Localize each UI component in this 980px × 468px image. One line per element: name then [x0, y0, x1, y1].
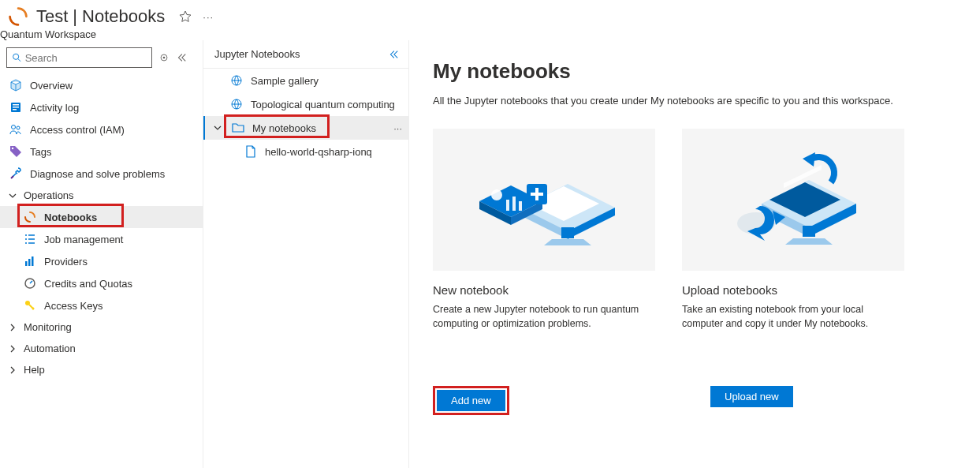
nav-group-help[interactable]: Help: [0, 359, 203, 380]
quantum-small-icon: [24, 211, 36, 223]
nav-activity-log[interactable]: Activity log: [0, 96, 203, 118]
main-description: All the Jupyter notebooks that you creat…: [433, 95, 956, 107]
svg-rect-39: [803, 226, 815, 237]
nav-providers[interactable]: Providers: [0, 250, 203, 272]
svg-marker-43: [803, 152, 815, 167]
nav-label: Access control (IAM): [30, 124, 125, 136]
file-icon: [244, 145, 257, 158]
svg-marker-40: [785, 238, 833, 245]
notebook-tree-panel: Jupyter Notebooks Sample gallery Topolog…: [203, 40, 409, 468]
nav-group-label: Automation: [24, 343, 76, 354]
svg-rect-6: [13, 107, 19, 108]
svg-point-0: [13, 54, 19, 59]
svg-rect-13: [32, 256, 34, 266]
svg-point-27: [491, 189, 502, 200]
svg-rect-30: [519, 201, 522, 211]
globe-icon: [230, 74, 243, 87]
svg-rect-11: [25, 261, 28, 266]
nav-access-control[interactable]: Access control (IAM): [0, 118, 203, 140]
upload-new-button[interactable]: Upload new: [710, 386, 793, 407]
list-icon: [24, 233, 36, 245]
resource-subtitle: Quantum Workspace: [0, 28, 980, 40]
search-input-wrapper[interactable]: [6, 47, 152, 68]
nav-label: Credits and Quotas: [44, 278, 132, 290]
nav-job-management[interactable]: Job management: [0, 228, 203, 250]
svg-rect-5: [13, 104, 19, 106]
add-new-button[interactable]: Add new: [437, 390, 505, 411]
chevron-right-icon: [8, 365, 17, 375]
svg-line-1: [18, 59, 20, 62]
favorite-icon[interactable]: [179, 10, 192, 23]
svg-point-9: [17, 126, 20, 129]
svg-rect-22: [561, 227, 574, 238]
new-notebook-illustration: [433, 129, 655, 271]
nav-label: Tags: [30, 146, 51, 158]
quantum-logo-icon: [6, 5, 30, 28]
nav-label: Job management: [44, 234, 123, 245]
log-icon: [9, 101, 22, 114]
collapse-tree-icon[interactable]: [388, 49, 399, 60]
cube-icon: [9, 79, 22, 92]
people-icon: [9, 123, 22, 136]
nav-credits-quotas[interactable]: Credits and Quotas: [0, 272, 203, 294]
collapse-sidebar-icon[interactable]: [176, 52, 187, 63]
nav-access-keys[interactable]: Access Keys: [0, 294, 203, 316]
search-input[interactable]: [25, 52, 147, 64]
main-content: My notebooks All the Jupyter notebooks t…: [409, 40, 980, 468]
nav-label: Access Keys: [44, 300, 102, 312]
page-header: Test|Notebooks ··· Quantum Workspace: [0, 0, 980, 40]
card-description: Take an existing notebook from your loca…: [682, 303, 904, 331]
nav-group-automation[interactable]: Automation: [0, 338, 203, 359]
svg-point-8: [12, 125, 16, 129]
svg-point-10: [12, 148, 13, 149]
tree-item-label: hello-world-qsharp-ionq: [265, 146, 372, 158]
tree-my-notebooks[interactable]: My notebooks ···: [203, 116, 408, 140]
svg-rect-33: [531, 193, 543, 196]
nav-group-operations[interactable]: Operations: [0, 185, 203, 206]
nav-label: Overview: [30, 80, 73, 92]
nav-tags[interactable]: Tags: [0, 140, 203, 163]
more-icon[interactable]: ···: [203, 11, 214, 23]
globe-icon: [230, 98, 243, 110]
main-title: My notebooks: [433, 59, 956, 84]
page-title: Test|Notebooks: [36, 6, 165, 27]
upload-notebook-illustration: [682, 129, 904, 271]
more-icon[interactable]: ···: [393, 122, 402, 134]
tree-item-label: Sample gallery: [251, 75, 319, 87]
card-new-notebook: New notebook Create a new Jupyter notebo…: [433, 129, 655, 331]
card-description: Create a new Jupyter notebook to run qua…: [433, 303, 655, 331]
tree-sample-gallery[interactable]: Sample gallery: [203, 69, 408, 92]
svg-rect-12: [28, 259, 31, 266]
nav-label: Providers: [44, 256, 88, 268]
tree-file-hello-world[interactable]: hello-world-qsharp-ionq: [203, 140, 408, 163]
sidebar: Overview Activity log Access control (IA…: [0, 40, 203, 468]
svg-rect-7: [13, 109, 17, 110]
tree-topological[interactable]: Topological quantum computing: [203, 92, 408, 116]
tree-item-label: Topological quantum computing: [251, 99, 395, 110]
nav-diagnose[interactable]: Diagnose and solve problems: [0, 163, 203, 185]
nav-notebooks[interactable]: Notebooks: [0, 206, 203, 228]
svg-point-3: [163, 57, 166, 59]
nav-overview[interactable]: Overview: [0, 74, 203, 96]
bars-icon: [24, 255, 36, 268]
card-title: Upload notebooks: [682, 283, 904, 297]
nav-label: Notebooks: [44, 212, 97, 223]
nav-group-label: Help: [24, 364, 45, 376]
chevron-down-icon: [8, 191, 17, 200]
nav-group-label: Operations: [24, 189, 74, 201]
nav-group-label: Monitoring: [24, 321, 72, 333]
tag-icon: [9, 145, 22, 158]
nav-label: Activity log: [30, 102, 79, 114]
highlight-annotation: Add new: [433, 386, 509, 415]
svg-marker-23: [544, 239, 591, 245]
tree-item-label: My notebooks: [252, 122, 316, 134]
key-icon: [24, 299, 36, 312]
chevron-right-icon: [8, 344, 17, 354]
card-upload-notebooks: Upload notebooks Take an existing notebo…: [682, 129, 904, 331]
nav-group-monitoring[interactable]: Monitoring: [0, 316, 203, 338]
search-icon: [12, 52, 22, 63]
folder-icon: [232, 122, 244, 134]
settings-icon[interactable]: [158, 52, 170, 63]
svg-rect-28: [506, 200, 509, 211]
chevron-down-icon: [213, 123, 222, 133]
